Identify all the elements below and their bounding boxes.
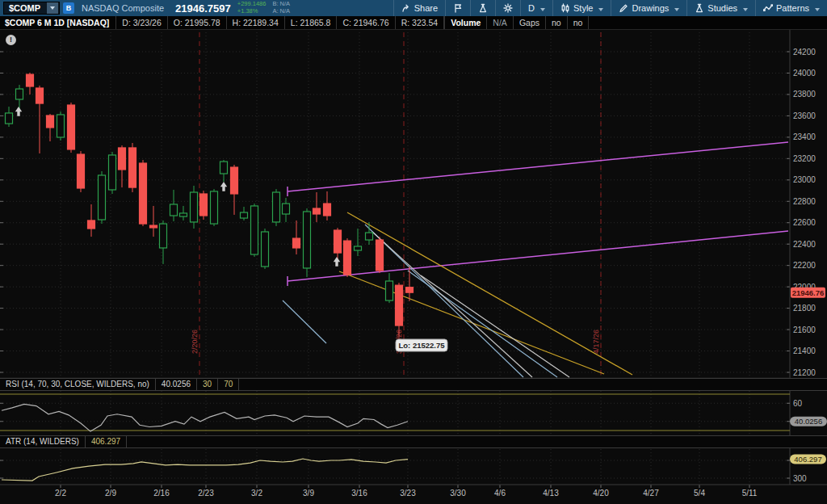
- candle: [344, 238, 351, 277]
- svg-text:3/2: 3/2: [251, 489, 262, 498]
- candle: [109, 152, 116, 194]
- rsi-overbought-level: 70: [218, 379, 239, 390]
- candle: [191, 186, 198, 229]
- chevron-down-icon: [598, 8, 603, 11]
- alert-icon[interactable]: !: [6, 35, 16, 45]
- gaps-value-2: no: [567, 16, 590, 29]
- svg-text:21600: 21600: [793, 326, 816, 334]
- svg-text:21400: 21400: [793, 346, 816, 355]
- atr-pane-header: ATR (14, WILDERS) 406.297: [0, 435, 827, 448]
- drawings-label: Drawings: [632, 3, 669, 13]
- svg-text:3/23: 3/23: [400, 489, 416, 498]
- gaps-value-1: no: [545, 16, 567, 29]
- rsi-title[interactable]: RSI (14, 70, 30, CLOSE, WILDERS, no): [0, 379, 156, 390]
- style-button[interactable]: Style: [552, 0, 611, 16]
- svg-text:2/9: 2/9: [105, 489, 116, 498]
- share-label: Share: [414, 3, 438, 13]
- pencil-icon: [619, 3, 628, 13]
- chevron-down-icon: [815, 8, 820, 11]
- chevron-down-icon: [743, 8, 748, 11]
- svg-text:23600: 23600: [793, 111, 816, 120]
- last-price: 21946.7597: [175, 2, 231, 15]
- svg-text:4/20: 4/20: [593, 489, 609, 498]
- svg-text:300: 300: [793, 474, 807, 483]
- svg-text:4/17/26: 4/17/26: [592, 330, 600, 354]
- share-icon: [401, 3, 411, 13]
- svg-text:23200: 23200: [793, 154, 816, 163]
- gear-icon: [503, 3, 513, 13]
- candle: [57, 111, 65, 141]
- ohlc-cell[interactable]: O: 21995.78: [167, 16, 226, 29]
- svg-text:21946.76: 21946.76: [792, 288, 825, 297]
- flask-icon: [478, 3, 488, 13]
- svg-text:24000: 24000: [793, 69, 816, 78]
- patterns-button[interactable]: Patterns: [755, 0, 827, 16]
- svg-text:5/4: 5/4: [694, 489, 705, 498]
- candle: [78, 151, 85, 192]
- svg-text:22800: 22800: [793, 197, 816, 206]
- news-flag-button[interactable]: [445, 0, 470, 16]
- svg-text:23000: 23000: [793, 175, 816, 184]
- svg-text:21800: 21800: [793, 304, 816, 313]
- rsi-oversold-level: 30: [197, 379, 218, 390]
- ohlc-cell[interactable]: R: 323.54: [395, 16, 445, 29]
- quick-study-button[interactable]: [470, 0, 495, 16]
- ask-value: A: N/A: [272, 8, 290, 15]
- svg-text:22600: 22600: [793, 218, 816, 227]
- ohlc-cell[interactable]: L: 21865.8: [284, 16, 337, 29]
- symbol-description: NASDAQ Composite: [82, 3, 164, 13]
- rsi-pane-header: RSI (14, 70, 30, CLOSE, WILDERS, no) 40.…: [0, 378, 827, 391]
- svg-text:60: 60: [793, 399, 803, 408]
- svg-text:3/30: 3/30: [450, 489, 466, 498]
- gaps-label[interactable]: Gaps: [513, 16, 545, 29]
- svg-text:3/9: 3/9: [303, 489, 314, 498]
- svg-text:24200: 24200: [793, 48, 816, 57]
- chart-title: $COMP 6 M 1D [NASDAQ]: [0, 16, 115, 29]
- svg-text:21200: 21200: [793, 368, 816, 377]
- candle: [376, 237, 384, 273]
- settings-button[interactable]: [495, 0, 520, 16]
- timeframe-button[interactable]: D: [520, 0, 552, 16]
- svg-text:4/6: 4/6: [494, 489, 506, 498]
- svg-text:2/2: 2/2: [55, 489, 66, 498]
- svg-text:2/20/26: 2/20/26: [191, 330, 199, 354]
- ohlc-readout: D: 3/23/26O: 21995.78H: 22189.34L: 21865…: [115, 16, 444, 29]
- studies-button[interactable]: Studies: [686, 0, 755, 16]
- svg-text:23400: 23400: [793, 132, 816, 141]
- atr-title[interactable]: ATR (14, WILDERS): [0, 436, 86, 447]
- studies-label: Studies: [707, 3, 737, 13]
- ohlc-cell[interactable]: H: 22189.34: [226, 16, 284, 29]
- candle: [129, 143, 136, 192]
- candle: [273, 189, 280, 226]
- ohlc-cell[interactable]: D: 3/23/26: [115, 16, 166, 29]
- svg-text:406.297: 406.297: [794, 455, 821, 464]
- svg-text:40.0256: 40.0256: [795, 417, 822, 426]
- candle: [68, 103, 75, 153]
- chart-canvas[interactable]: 2420024000238002360023400232002300022800…: [0, 0, 827, 504]
- rsi-value: 40.0256: [156, 379, 197, 390]
- volume-value: N/A: [486, 16, 513, 29]
- flag-icon: [453, 3, 463, 13]
- candle: [211, 189, 218, 226]
- volume-label[interactable]: Volume: [444, 16, 486, 29]
- svg-text:4/13: 4/13: [543, 489, 559, 498]
- svg-text:2/23: 2/23: [198, 489, 214, 498]
- drawings-button[interactable]: Drawings: [611, 0, 686, 16]
- candle-style-icon: [560, 3, 570, 13]
- pattern-wave-icon: [763, 3, 773, 13]
- svg-text:Lo: 21522.75: Lo: 21522.75: [398, 341, 445, 350]
- broadcast-icon[interactable]: B: [63, 2, 74, 14]
- ohlc-cell[interactable]: C: 21946.76: [336, 16, 394, 29]
- svg-text:2/16: 2/16: [153, 489, 170, 498]
- chevron-down-icon[interactable]: [47, 2, 58, 14]
- style-label: Style: [573, 3, 593, 13]
- candle: [200, 191, 208, 220]
- svg-text:5/11: 5/11: [742, 489, 758, 498]
- patterns-label: Patterns: [776, 3, 809, 13]
- symbol-combobox[interactable]: $COMP: [3, 2, 60, 15]
- change-percent: +1.38%: [237, 8, 267, 15]
- candle: [140, 160, 147, 226]
- trading-platform-window: 2420024000238002360023400232002300022800…: [0, 0, 827, 504]
- symbol-input[interactable]: $COMP: [4, 3, 46, 13]
- share-button[interactable]: Share: [393, 0, 445, 16]
